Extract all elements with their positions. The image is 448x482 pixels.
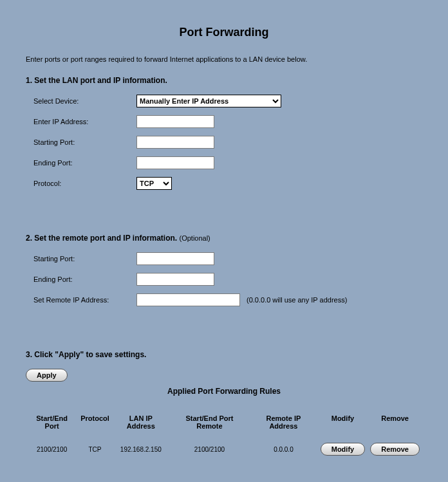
rules-title: Applied Port Forwarding Rules bbox=[26, 387, 422, 396]
col-start-end-port: Start/End Port bbox=[26, 412, 78, 441]
rules-header-row: Start/End Port Protocol LAN IP Address S… bbox=[26, 412, 422, 441]
section3-heading: 3. Click "Apply" to save settings. bbox=[26, 350, 422, 359]
protocol-dropdown[interactable]: TCP bbox=[136, 177, 172, 190]
section2-optional: (Optional) bbox=[179, 234, 210, 242]
cell-start-end-port: 2100/2100 bbox=[26, 441, 78, 457]
rules-table: Start/End Port Protocol LAN IP Address S… bbox=[26, 412, 422, 457]
lan-start-port-label: Starting Port: bbox=[33, 138, 136, 146]
section2-form: Starting Port: Ending Port: Set Remote I… bbox=[33, 252, 422, 306]
remote-end-port-label: Ending Port: bbox=[33, 275, 136, 283]
remove-button[interactable]: Remove bbox=[370, 443, 420, 456]
section1-form: Select Device: Manually Enter IP Address… bbox=[33, 95, 422, 190]
cell-remote-ip: 0.0.0.0 bbox=[249, 441, 318, 457]
col-lan-ip: LAN IP Address bbox=[112, 412, 170, 441]
table-row: 2100/2100 TCP 192.168.2.150 2100/2100 0.… bbox=[26, 441, 422, 457]
lan-end-port-input[interactable] bbox=[136, 156, 214, 169]
col-remote-ip: Remote IP Address bbox=[249, 412, 318, 441]
modify-button[interactable]: Modify bbox=[321, 443, 365, 456]
enter-ip-label: Enter IP Address: bbox=[33, 118, 136, 125]
select-device-dropdown[interactable]: Manually Enter IP Address bbox=[136, 95, 281, 107]
section2-heading-text: 2. Set the remote port and IP informatio… bbox=[26, 234, 179, 243]
select-device-label: Select Device: bbox=[33, 97, 136, 105]
col-modify: Modify bbox=[318, 412, 368, 441]
remote-start-port-input[interactable] bbox=[136, 252, 214, 265]
lan-start-port-input[interactable] bbox=[136, 136, 214, 149]
remote-ip-input[interactable] bbox=[136, 293, 240, 306]
intro-text: Enter ports or port ranges required to f… bbox=[26, 55, 422, 63]
section2-heading: 2. Set the remote port and IP informatio… bbox=[26, 234, 422, 243]
cell-protocol: TCP bbox=[78, 441, 112, 457]
remote-ip-label: Set Remote IP Address: bbox=[33, 296, 136, 304]
page-title: Port Forwarding bbox=[26, 26, 422, 39]
col-start-end-remote: Start/End Port Remote bbox=[170, 412, 249, 441]
cell-lan-ip: 192.168.2.150 bbox=[112, 441, 170, 457]
cell-start-end-remote: 2100/2100 bbox=[170, 441, 249, 457]
col-remove: Remove bbox=[368, 412, 422, 441]
col-protocol: Protocol bbox=[78, 412, 112, 441]
apply-button[interactable]: Apply bbox=[26, 369, 68, 382]
remote-end-port-input[interactable] bbox=[136, 273, 214, 286]
section1-heading: 1. Set the LAN port and IP information. bbox=[26, 76, 422, 85]
enter-ip-input[interactable] bbox=[136, 115, 214, 128]
protocol-label: Protocol: bbox=[33, 180, 136, 187]
port-forwarding-panel: Port Forwarding Enter ports or port rang… bbox=[0, 0, 448, 482]
lan-end-port-label: Ending Port: bbox=[33, 159, 136, 167]
remote-ip-hint: (0.0.0.0 will use any IP address) bbox=[247, 296, 347, 304]
remote-start-port-label: Starting Port: bbox=[33, 255, 136, 263]
